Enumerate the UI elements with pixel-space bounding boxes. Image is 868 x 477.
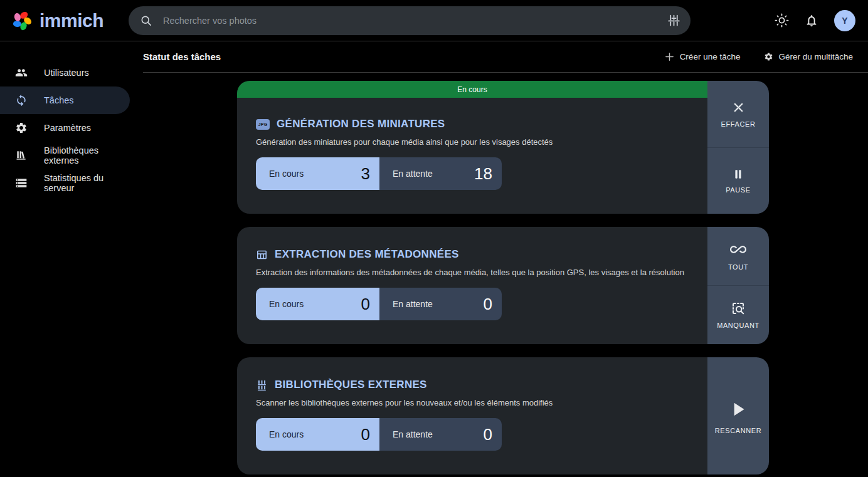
job-title-row: EXTRACTION DES MÉTADONNÉES [256, 248, 689, 261]
job-card-external-libraries: BIBLIOTHÈQUES EXTERNES Scanner les bibli… [237, 357, 769, 474]
search-icon [140, 14, 152, 27]
active-count-box: En cours 3 [256, 157, 379, 190]
waiting-count-box: En attente 18 [379, 157, 502, 190]
play-icon [726, 397, 750, 421]
immich-logo-icon [10, 9, 34, 33]
manage-concurrency-button[interactable]: Gérer du multitâche [760, 51, 857, 63]
sidebar-item-settings[interactable]: Paramètres [0, 114, 130, 142]
job-description: Extraction des informations des métadonn… [256, 268, 689, 277]
jobs-content: En cours JPG GÉNÉRATION DES MINIATURES G… [138, 73, 868, 476]
active-count-box: En cours 0 [256, 288, 379, 320]
header-actions: Créer une tâche Gérer du multitâche [660, 51, 857, 63]
server-icon [15, 177, 28, 189]
notifications-button[interactable] [805, 14, 818, 28]
job-card-main: BIBLIOTHÈQUES EXTERNES Scanner les bibli… [237, 357, 707, 474]
job-card-metadata-extraction: EXTRACTION DES MÉTADONNÉES Extraction de… [237, 227, 769, 344]
bell-icon [805, 14, 818, 28]
job-card-main: EXTRACTION DES MÉTADONNÉES Extraction de… [237, 227, 707, 344]
sidebar-item-label: Tâches [44, 95, 74, 105]
clear-job-button[interactable]: EFFACER [707, 81, 769, 147]
sidebar-item-label: Statistiques du serveur [44, 173, 130, 193]
run-missing-button[interactable]: MANQUANT [707, 285, 769, 344]
pause-job-button[interactable]: PAUSE [707, 147, 769, 214]
topbar-actions: Y [775, 10, 868, 31]
job-title: BIBLIOTHÈQUES EXTERNES [275, 379, 427, 391]
job-actions-panel: RESCANNER [707, 357, 769, 474]
job-card-thumbnail-generation: En cours JPG GÉNÉRATION DES MINIATURES G… [237, 81, 769, 214]
search-input[interactable] [162, 15, 658, 26]
job-description: Scanner les bibliothèques externes pour … [256, 398, 689, 407]
job-actions-panel: TOUT MANQUANT [707, 227, 769, 344]
users-icon [15, 66, 28, 79]
tune-icon [667, 14, 680, 27]
waiting-count: 0 [484, 295, 492, 314]
sync-icon [15, 94, 28, 107]
theme-toggle-button[interactable] [775, 13, 789, 28]
close-icon [731, 100, 746, 115]
sidebar-item-label: Bibliothèques externes [44, 145, 130, 165]
create-job-button[interactable]: Créer une tâche [660, 51, 744, 63]
library-shelves-icon [256, 379, 268, 391]
library-icon [15, 149, 28, 162]
waiting-count: 18 [474, 164, 492, 184]
sidebar-item-label: Utilisateurs [44, 68, 89, 78]
search-bar[interactable] [129, 6, 691, 35]
topbar: immich [0, 0, 868, 41]
job-title: GÉNÉRATION DES MINIATURES [277, 118, 445, 130]
page-title: Statut des tâches [143, 51, 221, 62]
pause-icon [732, 168, 744, 181]
search-filter-button[interactable] [667, 14, 680, 27]
plus-icon [664, 51, 675, 62]
sidebar-item-label: Paramètres [44, 123, 91, 133]
job-card-main: En cours JPG GÉNÉRATION DES MINIATURES G… [237, 81, 707, 214]
admin-sidebar: Utilisateurs Tâches Paramètres Bibliothè… [0, 41, 138, 476]
rescan-button[interactable]: RESCANNER [707, 357, 769, 474]
gear-icon [15, 122, 28, 134]
job-stats: En cours 3 En attente 18 [256, 157, 689, 190]
active-count: 3 [361, 164, 370, 184]
status-banner: En cours [237, 81, 707, 98]
sidebar-item-jobs[interactable]: Tâches [0, 86, 130, 114]
jpg-file-icon: JPG [256, 119, 270, 130]
active-count: 0 [361, 425, 370, 444]
table-icon [256, 249, 268, 261]
active-count-box: En cours 0 [256, 418, 379, 451]
active-count: 0 [361, 295, 370, 314]
app-logo[interactable]: immich [0, 9, 129, 33]
sun-icon [775, 13, 789, 28]
waiting-count: 0 [484, 425, 492, 444]
page-header: Statut des tâches Créer une tâche Gérer … [143, 41, 868, 73]
infinity-icon [730, 241, 746, 258]
waiting-count-box: En attente 0 [379, 418, 502, 451]
run-all-button[interactable]: TOUT [707, 227, 769, 285]
sidebar-item-users[interactable]: Utilisateurs [0, 59, 130, 86]
sidebar-item-server-stats[interactable]: Statistiques du serveur [0, 169, 130, 197]
waiting-count-box: En attente 0 [379, 288, 502, 320]
job-title-row: JPG GÉNÉRATION DES MINIATURES [256, 118, 689, 130]
job-stats: En cours 0 En attente 0 [256, 418, 689, 451]
job-actions-panel: EFFACER PAUSE [707, 81, 769, 214]
sidebar-item-external-libraries[interactable]: Bibliothèques externes [0, 142, 130, 169]
user-avatar[interactable]: Y [834, 10, 855, 31]
job-description: Génération des miniatures pour chaque mé… [256, 137, 689, 147]
job-stats: En cours 0 En attente 0 [256, 288, 689, 320]
logo-wordmark: immich [40, 10, 103, 31]
main-area: Statut des tâches Créer une tâche Gérer … [138, 41, 868, 476]
selection-search-icon [731, 301, 746, 316]
gear-icon [764, 52, 773, 61]
job-title-row: BIBLIOTHÈQUES EXTERNES [256, 379, 689, 391]
job-title: EXTRACTION DES MÉTADONNÉES [275, 248, 459, 261]
